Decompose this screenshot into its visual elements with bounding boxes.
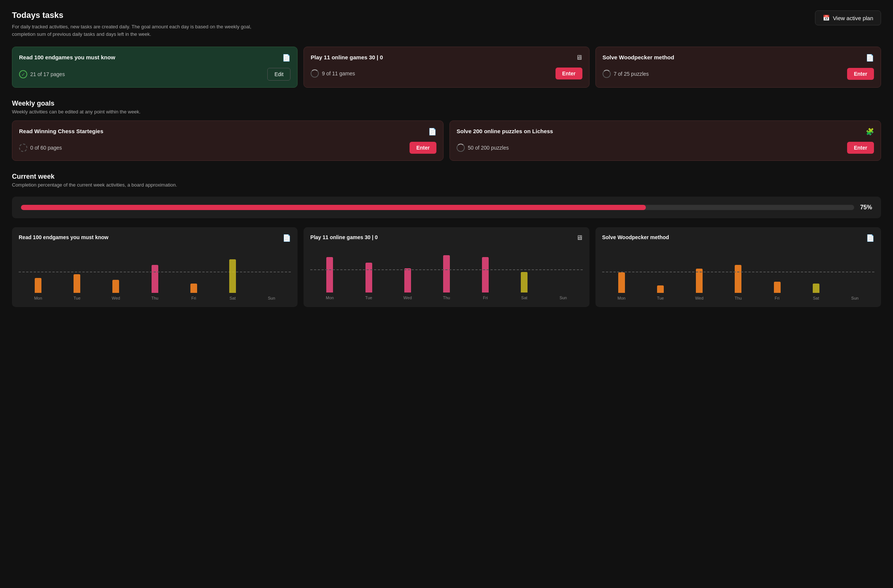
current-week-subtitle: Completion percentage of the current wee… <box>12 182 881 188</box>
day-label: Thu <box>427 296 466 300</box>
charts-grid: Read 100 endgames you must know 📄 <box>12 227 881 307</box>
bar-chart <box>19 248 291 293</box>
enter-button[interactable]: Enter <box>409 142 436 154</box>
day-label: Mon <box>602 296 641 300</box>
bar-group <box>310 257 349 292</box>
task-progress: 9 of 11 games <box>311 69 355 78</box>
bars-container <box>602 248 874 293</box>
progress-text: 7 of 25 puzzles <box>614 71 649 77</box>
bar-fri <box>482 257 489 292</box>
chart-card-title: Solve Woodpecker method <box>602 234 866 241</box>
progress-text: 21 of 17 pages <box>30 71 65 77</box>
progress-bar-track <box>21 205 854 210</box>
enter-button[interactable]: Enter <box>847 68 874 80</box>
page-title: Todays tasks <box>12 10 266 20</box>
day-label: Tue <box>57 296 96 300</box>
card-type-icon: 📄 <box>866 54 874 62</box>
bar-group <box>466 257 505 292</box>
bar-group <box>719 265 758 293</box>
day-label: Sat <box>797 296 836 300</box>
header-description: For daily tracked activities, new tasks … <box>12 23 266 38</box>
task-card-header: Solve 200 online puzzles on Lichess 🧩 <box>457 128 874 136</box>
task-card-header: Solve Woodpecker method 📄 <box>603 54 874 62</box>
task-card-header: Read Winning Chess Startegies 📄 <box>19 128 436 136</box>
loading-circle-icon <box>457 144 465 152</box>
bar-group <box>19 278 57 293</box>
day-label: Tue <box>641 296 680 300</box>
day-label: Wed <box>680 296 719 300</box>
bar-group <box>174 284 213 293</box>
bar-labels: Mon Tue Wed Thu Fri Sat Sun <box>19 296 291 300</box>
day-label: Tue <box>349 296 388 300</box>
bar-group <box>602 272 641 293</box>
dashed-goal-line <box>602 272 874 272</box>
bar-fri <box>774 282 781 293</box>
day-label: Sat <box>505 296 544 300</box>
calendar-icon: 📅 <box>823 15 830 21</box>
bar-group <box>388 268 427 292</box>
dashed-circle-icon <box>19 144 27 152</box>
task-card-title: Play 11 online games 30 | 0 <box>311 54 575 61</box>
task-card-footer: ✓ 21 of 17 pages Edit <box>19 68 290 81</box>
chart-card-icon: 📄 <box>283 234 291 242</box>
bar-group <box>213 259 252 293</box>
view-plan-label: View active plan <box>833 15 873 21</box>
bar-tue <box>365 262 372 292</box>
task-card-endgames: Read 100 endgames you must know 📄 ✓ 21 o… <box>12 46 298 88</box>
task-card-header: Play 11 online games 30 | 0 🖥 <box>311 54 582 62</box>
bar-mon <box>35 278 41 293</box>
chart-card-title: Play 11 online games 30 | 0 <box>310 234 576 241</box>
loading-circle-icon <box>603 70 611 78</box>
task-card-winning-chess: Read Winning Chess Startegies 📄 0 of 60 … <box>12 120 443 161</box>
day-label: Thu <box>135 296 174 300</box>
task-card-footer: 0 of 60 pages Enter <box>19 142 436 154</box>
day-label: Fri <box>466 296 505 300</box>
progress-text: 0 of 60 pages <box>30 145 62 151</box>
bar-tue <box>74 274 80 293</box>
task-card-footer: 50 of 200 puzzles Enter <box>457 142 874 154</box>
weekly-goals-grid: Read Winning Chess Startegies 📄 0 of 60 … <box>12 120 881 161</box>
bar-labels: Mon Tue Wed Thu Fri Sat Sun <box>310 296 582 300</box>
bar-thu <box>735 265 741 293</box>
day-label: Wed <box>96 296 135 300</box>
day-label: Sun <box>544 296 582 300</box>
chart-card-icon: 🖥 <box>576 234 583 242</box>
loading-circle-icon <box>311 69 319 78</box>
progress-percentage: 75% <box>860 204 872 211</box>
enter-button[interactable]: Enter <box>847 142 874 154</box>
bar-wed <box>404 268 411 292</box>
bar-group <box>57 274 96 293</box>
chart-card-title: Read 100 endgames you must know <box>19 234 283 241</box>
task-card-header: Read 100 endgames you must know 📄 <box>19 54 290 62</box>
today-tasks-grid: Read 100 endgames you must know 📄 ✓ 21 o… <box>12 46 881 88</box>
bar-group <box>349 262 388 292</box>
task-progress: 7 of 25 puzzles <box>603 70 649 78</box>
task-card-title: Read Winning Chess Startegies <box>19 128 428 135</box>
card-type-icon: 🖥 <box>576 54 582 62</box>
chart-card-chart-endgames: Read 100 endgames you must know 📄 <box>12 227 298 307</box>
day-label: Sun <box>836 296 874 300</box>
day-label: Mon <box>19 296 57 300</box>
day-label: Thu <box>719 296 758 300</box>
task-card-footer: 9 of 11 games Enter <box>311 68 582 80</box>
chart-card-chart-woodpecker: Solve Woodpecker method 📄 <box>595 227 881 307</box>
bar-group <box>797 284 836 293</box>
weekly-goals-section: Weekly goals Weekly activities can be ed… <box>12 100 881 161</box>
bar-group <box>135 265 174 293</box>
check-circle-icon: ✓ <box>19 70 27 78</box>
header-left: Todays tasks For daily tracked activitie… <box>12 10 266 38</box>
chart-card-chart-games: Play 11 online games 30 | 0 🖥 <box>304 227 589 307</box>
chart-card-header: Solve Woodpecker method 📄 <box>602 234 874 242</box>
bar-thu <box>443 255 450 292</box>
current-week-section: Current week Completion percentage of th… <box>12 173 881 188</box>
edit-button[interactable]: Edit <box>267 68 290 81</box>
view-plan-button[interactable]: 📅 View active plan <box>815 10 881 26</box>
task-progress: 0 of 60 pages <box>19 144 62 152</box>
bar-mon <box>618 272 625 293</box>
weekly-goals-subtitle: Weekly activities can be edited at any p… <box>12 109 881 114</box>
enter-button[interactable]: Enter <box>556 68 582 80</box>
chart-card-header: Play 11 online games 30 | 0 🖥 <box>310 234 582 242</box>
progress-text: 50 of 200 puzzles <box>468 145 509 151</box>
card-type-icon: 📄 <box>282 54 290 62</box>
bar-group <box>427 255 466 292</box>
